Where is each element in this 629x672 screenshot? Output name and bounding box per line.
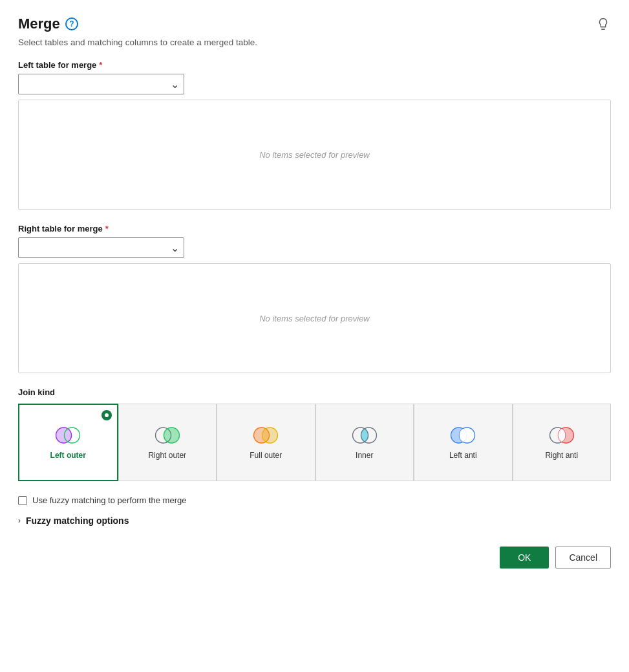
full-outer-label: Full outer bbox=[250, 451, 282, 461]
left-table-select[interactable] bbox=[18, 74, 184, 94]
left-table-section: Left table for merge * ⌄ No items select… bbox=[18, 60, 611, 210]
fuzzy-checkbox-row: Use fuzzy matching to perform the merge bbox=[18, 495, 611, 505]
join-kind-section: Join kind Left outer Right outer bbox=[18, 387, 611, 481]
join-card-inner[interactable]: Inner bbox=[315, 404, 414, 481]
chevron-right-icon: › bbox=[18, 516, 21, 525]
fuzzy-checkbox[interactable] bbox=[18, 496, 27, 505]
right-table-dropdown-container: ⌄ bbox=[18, 237, 184, 258]
right-table-section: Right table for merge * ⌄ No items selec… bbox=[18, 224, 611, 373]
right-table-required: * bbox=[105, 224, 109, 233]
join-card-right-outer[interactable]: Right outer bbox=[118, 404, 217, 481]
left-table-dropdown-container: ⌄ bbox=[18, 74, 184, 94]
right-table-label: Right table for merge * bbox=[18, 224, 611, 233]
ok-button[interactable]: OK bbox=[500, 547, 549, 569]
left-table-label: Left table for merge * bbox=[18, 60, 611, 70]
inner-label: Inner bbox=[356, 451, 373, 461]
help-icon[interactable]: ? bbox=[65, 17, 78, 30]
selected-indicator bbox=[101, 410, 112, 420]
right-table-select[interactable] bbox=[18, 237, 184, 258]
fuzzy-checkbox-label: Use fuzzy matching to perform the merge bbox=[32, 495, 186, 505]
fuzzy-options-row[interactable]: › Fuzzy matching options bbox=[18, 515, 611, 526]
full-outer-venn-icon bbox=[250, 425, 281, 446]
join-kind-label: Join kind bbox=[18, 387, 611, 397]
svg-point-4 bbox=[164, 428, 179, 443]
right-table-preview-text: No items selected for preview bbox=[259, 314, 370, 323]
fuzzy-options-label: Fuzzy matching options bbox=[26, 515, 129, 526]
left-outer-label: Left outer bbox=[50, 451, 86, 461]
join-options: Left outer Right outer Full outer bbox=[18, 404, 611, 481]
svg-point-1 bbox=[56, 428, 72, 443]
lightbulb-icon[interactable] bbox=[595, 16, 611, 32]
left-anti-label: Left anti bbox=[449, 451, 477, 461]
right-outer-label: Right outer bbox=[148, 451, 186, 461]
left-outer-venn-icon bbox=[52, 425, 83, 446]
join-card-right-anti[interactable]: Right anti bbox=[513, 404, 612, 481]
subtitle: Select tables and matching columns to cr… bbox=[18, 38, 611, 47]
page-title: Merge bbox=[18, 16, 60, 32]
join-card-full-outer[interactable]: Full outer bbox=[217, 404, 315, 481]
inner-venn-icon bbox=[349, 425, 380, 446]
right-outer-venn-icon bbox=[152, 425, 183, 446]
left-anti-venn-icon bbox=[447, 425, 478, 446]
svg-point-6 bbox=[262, 428, 278, 443]
right-anti-venn-icon bbox=[546, 425, 577, 446]
footer-buttons: OK Cancel bbox=[18, 547, 611, 569]
title-group: Merge ? bbox=[18, 16, 78, 32]
join-card-left-anti[interactable]: Left anti bbox=[414, 404, 513, 481]
join-card-left-outer[interactable]: Left outer bbox=[18, 404, 118, 481]
right-anti-label: Right anti bbox=[545, 451, 578, 461]
left-table-preview: No items selected for preview bbox=[18, 100, 611, 210]
cancel-button[interactable]: Cancel bbox=[555, 547, 611, 569]
right-table-preview: No items selected for preview bbox=[18, 263, 611, 373]
left-table-preview-text: No items selected for preview bbox=[259, 150, 370, 160]
header: Merge ? bbox=[18, 16, 611, 32]
left-table-required: * bbox=[99, 60, 102, 70]
